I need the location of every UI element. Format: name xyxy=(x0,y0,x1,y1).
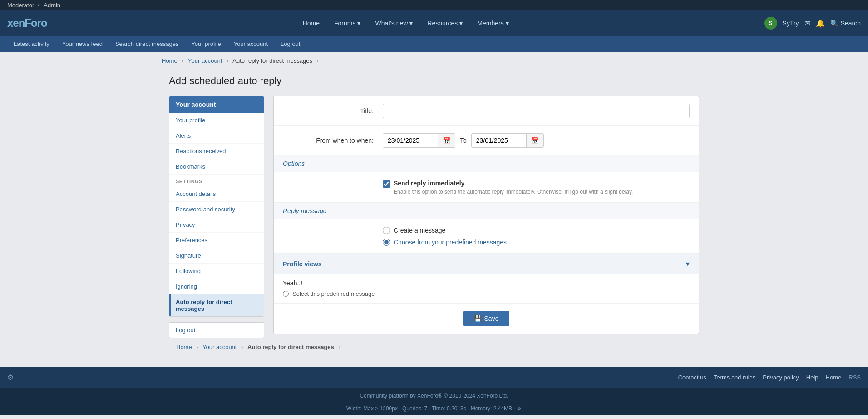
admin-link[interactable]: Admin xyxy=(44,2,60,9)
save-row: 💾 Save xyxy=(274,303,699,334)
sidebar-item-password-security[interactable]: Password and security xyxy=(169,202,264,217)
footer-terms[interactable]: Terms and rules xyxy=(714,374,755,381)
profile-views-header[interactable]: Profile views ▾ xyxy=(274,254,699,274)
choose-predefined-radio[interactable] xyxy=(383,239,390,246)
sidebar-item-signature[interactable]: Signature xyxy=(169,248,264,264)
sidebar-item-following[interactable]: Following xyxy=(169,264,264,279)
secondary-nav: Latest activity Your news feed Search di… xyxy=(0,36,868,52)
reply-message-spacer xyxy=(283,227,383,246)
title-input[interactable] xyxy=(383,104,690,118)
title-field xyxy=(383,104,690,118)
reply-message-content: Create a message Choose from your predef… xyxy=(383,227,690,246)
footer-breadcrumb-home[interactable]: Home xyxy=(176,344,192,350)
footer-home[interactable]: Home xyxy=(826,374,842,381)
reply-message-row: Create a message Choose from your predef… xyxy=(274,219,699,254)
secondary-your-account[interactable]: Your account xyxy=(227,36,274,52)
send-reply-check-wrap: Send reply immediately Enable this optio… xyxy=(383,180,690,195)
search-label: Search xyxy=(841,20,861,27)
sidebar-item-your-profile[interactable]: Your profile xyxy=(169,113,264,128)
send-reply-label-area: Send reply immediately Enable this optio… xyxy=(394,180,633,195)
breadcrumb-home[interactable]: Home xyxy=(162,57,178,64)
avatar[interactable]: S xyxy=(764,17,777,30)
sidebar-logout-link[interactable]: Log out xyxy=(169,323,264,338)
search-icon: 🔍 xyxy=(830,20,838,27)
rss-icon[interactable]: RSS xyxy=(848,374,861,381)
choose-predefined-label: Choose from your predefined messages xyxy=(394,239,507,246)
send-reply-desc: Enable this option to send the automatic… xyxy=(394,189,633,195)
sidebar-item-preferences[interactable]: Preferences xyxy=(169,233,264,248)
breadcrumb-current: Auto reply for direct messages xyxy=(232,57,312,64)
save-icon: 💾 xyxy=(474,315,482,322)
date-from-input[interactable]: 23/01/2025 xyxy=(383,134,438,147)
create-message-radio[interactable] xyxy=(383,227,390,234)
alerts-icon[interactable]: 🔔 xyxy=(816,19,825,28)
footer-breadcrumb-sep-1: › xyxy=(196,344,198,350)
date-to-input[interactable]: 23/01/2025 xyxy=(472,134,526,147)
sidebar-item-account-details[interactable]: Account details xyxy=(169,186,264,202)
sidebar-item-ignoring[interactable]: Ignoring xyxy=(169,279,264,294)
profile-views-section: Profile views ▾ Yeah..! Select this pred… xyxy=(274,254,699,303)
sidebar: Your account Your profile Alerts Reactio… xyxy=(169,96,264,338)
breadcrumb-sep-3: › xyxy=(317,57,319,64)
footer-breadcrumb-account[interactable]: Your account xyxy=(202,344,237,350)
date-field: 23/01/2025 📅 To 23/01/2025 📅 xyxy=(383,133,690,148)
nav-forums[interactable]: Forums ▾ xyxy=(327,10,368,36)
reply-message-header: Reply message xyxy=(274,203,699,219)
nav-resources[interactable]: Resources ▾ xyxy=(420,10,470,36)
breadcrumb-sep-1: › xyxy=(182,57,183,64)
stats-settings-icon[interactable]: ⚙ xyxy=(517,405,522,412)
sidebar-item-reactions[interactable]: Reactions received xyxy=(169,144,264,159)
secondary-latest-activity[interactable]: Latest activity xyxy=(7,36,56,52)
gear-icon[interactable]: ⚙ xyxy=(7,373,14,382)
sidebar-settings-label: Settings xyxy=(169,175,264,186)
footer-breadcrumb-current: Auto reply for direct messages xyxy=(247,344,334,350)
moderator-link[interactable]: Moderator xyxy=(7,2,34,9)
search-button[interactable]: 🔍 Search xyxy=(830,20,861,27)
secondary-your-profile[interactable]: Your profile xyxy=(185,36,227,52)
date-to-calendar-btn[interactable]: 📅 xyxy=(526,134,543,147)
save-button[interactable]: 💾 Save xyxy=(463,311,510,326)
footer-help[interactable]: Help xyxy=(806,374,819,381)
sidebar-item-privacy[interactable]: Privacy xyxy=(169,217,264,233)
nav-whats-new[interactable]: What's new ▾ xyxy=(368,10,420,36)
sidebar-item-alerts[interactable]: Alerts xyxy=(169,128,264,144)
footer-links: Contact us Terms and rules Privacy polic… xyxy=(678,374,861,381)
footer-bar: ⚙ Contact us Terms and rules Privacy pol… xyxy=(0,367,868,388)
send-reply-checkbox[interactable] xyxy=(383,180,390,188)
members-dropdown-arrow: ▾ xyxy=(506,20,509,27)
sidebar-item-auto-reply[interactable]: Auto reply for direct messages xyxy=(169,294,264,316)
title-row: Title: xyxy=(274,96,699,126)
footer-contact[interactable]: Contact us xyxy=(678,374,706,381)
secondary-search-dm[interactable]: Search direct messages xyxy=(109,36,185,52)
main-nav: xenForo Home Forums ▾ What's new ▾ Resou… xyxy=(0,10,868,36)
sidebar-item-bookmarks[interactable]: Bookmarks xyxy=(169,159,264,175)
nav-right: S SyTry ✉ 🔔 🔍 Search xyxy=(764,17,861,30)
whats-new-dropdown-arrow: ▾ xyxy=(409,20,413,27)
secondary-news-feed[interactable]: Your news feed xyxy=(56,36,109,52)
forums-dropdown-arrow: ▾ xyxy=(357,20,360,27)
secondary-log-out[interactable]: Log out xyxy=(274,36,306,52)
select-predefined-radio[interactable] xyxy=(283,291,289,297)
select-predefined-label: Select this predefined message xyxy=(292,290,375,297)
footer-copyright: Community platform by XenForo® © 2010-20… xyxy=(0,388,868,404)
nav-username[interactable]: SyTry xyxy=(783,20,799,27)
date-range: 23/01/2025 📅 To 23/01/2025 📅 xyxy=(383,133,690,148)
page-title: Add scheduled auto reply xyxy=(169,75,699,87)
footer-privacy[interactable]: Privacy policy xyxy=(763,374,799,381)
nav-home[interactable]: Home xyxy=(296,10,327,36)
breadcrumb-sep-2: › xyxy=(227,57,228,64)
stats-text: Width: Max > 1200px · Queries: 7 · Time:… xyxy=(346,405,515,412)
date-from-wrap: 23/01/2025 📅 xyxy=(383,133,455,148)
nav-members[interactable]: Members ▾ xyxy=(470,10,516,36)
save-label: Save xyxy=(484,315,499,322)
nav-links: Home Forums ▾ What's new ▾ Resources ▾ M… xyxy=(296,10,516,36)
options-section-header: Options xyxy=(274,155,699,172)
date-from-calendar-btn[interactable]: 📅 xyxy=(438,134,455,147)
title-label: Title: xyxy=(283,104,383,115)
page-container: Add scheduled auto reply Your account Yo… xyxy=(162,75,706,367)
predefined-message-text: Yeah..! xyxy=(283,279,690,287)
messages-icon[interactable]: ✉ xyxy=(804,19,810,28)
predefined-message-item: Yeah..! Select this predefined message xyxy=(274,274,699,303)
breadcrumb-account[interactable]: Your account xyxy=(188,57,222,64)
copyright-text: Community platform by XenForo® © 2010-20… xyxy=(360,393,508,399)
